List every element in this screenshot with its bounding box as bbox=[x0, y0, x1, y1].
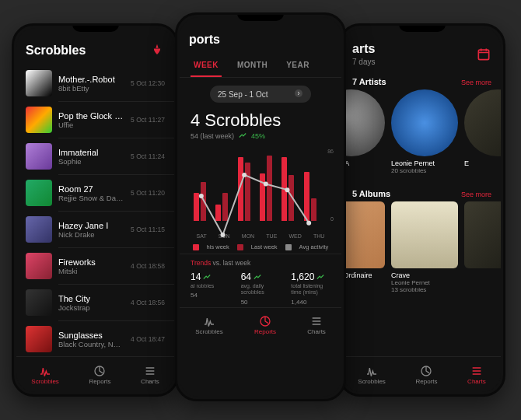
album-image-icon bbox=[464, 201, 501, 268]
see-more-link[interactable]: See more bbox=[461, 79, 491, 86]
artists-carousel[interactable]: sfield.TYA scrobbles Leonie Pernet 20 sc… bbox=[343, 89, 501, 184]
trend-value: 64 bbox=[241, 271, 251, 282]
charts-icon bbox=[470, 365, 483, 377]
x-tick: TUE bbox=[266, 233, 277, 239]
x-tick: WED bbox=[289, 233, 302, 239]
track-time: 5 Oct 11:20 bbox=[131, 189, 165, 197]
scrobble-row[interactable]: Room 27 Rejjie Snow & Dana Willia... 5 O… bbox=[16, 175, 174, 211]
x-tick: SUN bbox=[219, 233, 230, 239]
trend-pct: 45% bbox=[251, 132, 265, 140]
legend-swatch-icon bbox=[193, 244, 199, 250]
nav-charts[interactable]: Charts bbox=[307, 315, 326, 335]
reports-icon bbox=[259, 315, 271, 327]
tab-week[interactable]: WEEK bbox=[191, 54, 222, 77]
card-title: sfield.TYA bbox=[343, 159, 385, 167]
bar-last-week bbox=[201, 182, 206, 221]
page-subtitle: 7 days bbox=[352, 58, 375, 66]
tab-year[interactable]: YEAR bbox=[283, 54, 313, 77]
card-sub2: scrobbles bbox=[343, 286, 385, 293]
track-time: 5 Oct 11:15 bbox=[131, 226, 165, 233]
track-artist: Uffie bbox=[58, 121, 124, 129]
headline-count: 4 Scrobbles bbox=[180, 107, 341, 131]
nav-scrobbles[interactable]: Scrobbles bbox=[195, 315, 223, 335]
nav-scrobbles[interactable]: Scrobbles bbox=[358, 365, 386, 385]
scrobble-row[interactable]: Sunglasses Black Country, New Road 4 Oct… bbox=[16, 321, 174, 356]
track-title: Sunglasses bbox=[58, 331, 124, 340]
svg-point-7 bbox=[306, 221, 311, 226]
track-title: Pop the Glock (Original Mix) bbox=[58, 111, 124, 121]
x-tick: MON bbox=[242, 233, 254, 239]
bar-this-week bbox=[215, 205, 221, 221]
album-card[interactable]: nument Ordinaire sfield.TYA scrobbles bbox=[343, 201, 385, 293]
scrobbles-list: Mother.-.Robot 8bit bEtty 5 Oct 12:30 Po… bbox=[16, 65, 174, 356]
artist-card[interactable]: sfield.TYA scrobbles bbox=[343, 89, 385, 174]
bar-last-week bbox=[245, 163, 250, 221]
nav-label: Charts bbox=[467, 378, 486, 385]
trend-compare: 1,440 bbox=[291, 299, 330, 306]
trends-header-rest: vs. last week bbox=[211, 259, 250, 267]
header: Scrobbles bbox=[16, 28, 174, 65]
nav-reports[interactable]: Reports bbox=[89, 365, 110, 385]
album-card[interactable] bbox=[464, 201, 501, 293]
trend-value: 14 bbox=[191, 271, 201, 282]
notch bbox=[72, 24, 119, 32]
nav-reports[interactable]: Reports bbox=[415, 365, 437, 385]
track-artist: Nick Drake bbox=[58, 230, 124, 239]
nav-reports[interactable]: Reports bbox=[254, 315, 276, 335]
scrobble-row[interactable]: Fireworks Mitski 4 Oct 18:58 bbox=[16, 248, 174, 284]
trend-metric: 1,620 total listening time (mins) 1,440 bbox=[291, 271, 330, 306]
trend-up-icon bbox=[239, 132, 247, 140]
track-time: 4 Oct 18:47 bbox=[131, 335, 165, 343]
album-art-icon bbox=[26, 289, 52, 316]
album-card[interactable]: Crave Leonie Pernet 13 scrobbles bbox=[391, 201, 458, 293]
track-time: 5 Oct 11:27 bbox=[131, 116, 165, 124]
header: arts 7 days bbox=[343, 28, 501, 72]
see-more-link[interactable]: See more bbox=[461, 191, 491, 198]
bottom-nav: Scrobbles Reports Charts bbox=[180, 307, 341, 343]
trends-header-accent: Trends bbox=[191, 259, 211, 267]
albums-carousel[interactable]: nument Ordinaire sfield.TYA scrobbles Cr… bbox=[343, 201, 501, 296]
y-tick: 86 bbox=[327, 149, 334, 154]
phone-scrobbles: Scrobbles Mother.-.Robot 8bit bEtty 5 Oc… bbox=[12, 23, 179, 397]
nav-scrobbles[interactable]: Scrobbles bbox=[31, 365, 59, 385]
nav-charts[interactable]: Charts bbox=[141, 365, 159, 385]
date-range-selector[interactable]: 25 Sep - 1 Oct bbox=[210, 86, 311, 103]
date-range-label: 25 Sep - 1 Oct bbox=[218, 90, 267, 99]
scrobble-row[interactable]: Immaterial Sophie 5 Oct 11:24 bbox=[16, 138, 174, 174]
bar-this-week bbox=[238, 157, 243, 221]
scrobble-row[interactable]: Mother.-.Robot 8bit bEtty 5 Oct 12:30 bbox=[16, 65, 174, 101]
phone-charts: arts 7 days 7 Artists See more sfield.TY… bbox=[338, 23, 505, 397]
legend-swatch-icon bbox=[285, 244, 292, 250]
card-sub2: 13 scrobbles bbox=[391, 286, 458, 293]
bar-last-week bbox=[267, 156, 272, 221]
scrobble-row[interactable]: Hazey Jane I Nick Drake 5 Oct 11:15 bbox=[16, 212, 174, 247]
scrobble-row[interactable]: Pop the Glock (Original Mix) Uffie 5 Oct… bbox=[16, 102, 174, 138]
section-title: 7 Artists bbox=[352, 77, 386, 86]
artist-image-icon bbox=[464, 89, 501, 156]
track-title: Hazey Jane I bbox=[58, 221, 124, 230]
card-sub: sfield.TYA bbox=[343, 279, 385, 286]
track-title: Room 27 bbox=[58, 184, 124, 194]
album-art-icon bbox=[26, 180, 52, 206]
scrobble-row[interactable]: The City Jockstrap 4 Oct 18:56 bbox=[16, 285, 174, 320]
trend-up-icon bbox=[254, 274, 261, 280]
card-title: nument Ordinaire bbox=[343, 271, 385, 279]
track-time: 5 Oct 11:24 bbox=[131, 152, 165, 160]
trend-metric: 14 al robbles 54 bbox=[191, 271, 230, 306]
artist-image-icon bbox=[343, 89, 385, 156]
calendar-icon[interactable] bbox=[476, 47, 491, 62]
nav-label: Reports bbox=[415, 378, 437, 385]
artist-card[interactable]: E bbox=[464, 89, 501, 174]
track-artist: Sophie bbox=[58, 157, 124, 166]
profile-icon[interactable] bbox=[149, 43, 165, 58]
nav-charts[interactable]: Charts bbox=[467, 365, 486, 385]
track-title: The City bbox=[58, 294, 124, 303]
album-art-icon bbox=[26, 107, 52, 133]
header: ports bbox=[180, 17, 341, 54]
artist-card[interactable]: Leonie Pernet 20 scrobbles bbox=[391, 89, 458, 174]
reports-icon bbox=[93, 365, 106, 377]
bar-last-week bbox=[311, 198, 316, 221]
track-time: 4 Oct 18:56 bbox=[131, 299, 165, 306]
page-title: Scrobbles bbox=[26, 44, 86, 58]
tab-month[interactable]: MONTH bbox=[234, 54, 271, 77]
